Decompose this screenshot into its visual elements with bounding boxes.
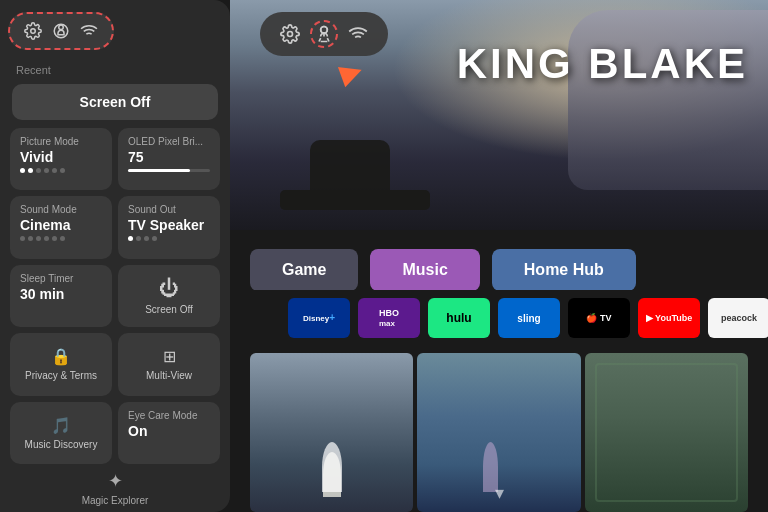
scroll-down-indicator[interactable]: ▾: [495, 482, 504, 504]
music-button[interactable]: Music: [370, 249, 479, 291]
sound-mode-label: Sound Mode: [20, 204, 102, 215]
music-discovery-label: Music Discovery: [25, 439, 98, 450]
top-bar-icons: [8, 12, 114, 50]
outdot-3: [144, 236, 149, 241]
hbo-app[interactable]: HBOmax: [358, 298, 420, 338]
eye-care-label: Eye Care Mode: [128, 410, 210, 421]
tv-accessibility-icon[interactable]: [310, 20, 338, 48]
oled-bar: [128, 169, 210, 172]
music-discovery-icon: 🎵: [51, 416, 71, 435]
picture-mode-card[interactable]: Picture Mode Vivid: [10, 128, 112, 190]
peacock-app[interactable]: peacock: [708, 298, 768, 338]
dot-1: [20, 168, 25, 173]
appletv-app[interactable]: 🍎 TV: [568, 298, 630, 338]
oled-bar-fill: [128, 169, 190, 172]
magic-explorer-label[interactable]: Magic Explorer: [82, 495, 149, 506]
panel-wifi-icon[interactable]: [78, 20, 100, 42]
multiview-label: Multi-View: [146, 370, 192, 381]
privacy-card[interactable]: 🔒 Privacy & Terms: [10, 333, 112, 395]
dot-5: [52, 168, 57, 173]
oled-value: 75: [128, 149, 210, 165]
sleep-timer-label: Sleep Timer: [20, 273, 102, 284]
panel-gear-icon[interactable]: [22, 20, 44, 42]
sound-mode-card[interactable]: Sound Mode Cinema: [10, 196, 112, 258]
screen-off-button[interactable]: Screen Off: [12, 84, 218, 120]
homehub-button[interactable]: Home Hub: [492, 249, 636, 291]
hulu-app[interactable]: hulu: [428, 298, 490, 338]
dot-3: [36, 168, 41, 173]
sound-out-dots: [128, 236, 210, 241]
picture-mode-label: Picture Mode: [20, 136, 102, 147]
sleep-timer-value: 30 min: [20, 286, 102, 302]
settings-grid: Picture Mode Vivid OLED Pixel Bri... 75 …: [0, 128, 230, 464]
svg-point-4: [31, 29, 36, 34]
sleep-timer-card[interactable]: Sleep Timer 30 min: [10, 265, 112, 327]
picture-mode-dots: [20, 168, 102, 173]
recent-label: Recent: [0, 60, 230, 80]
panel-person-icon[interactable]: [50, 20, 72, 42]
dot-4: [44, 168, 49, 173]
screen-off-icon: ⏻: [159, 277, 179, 300]
dot-6: [60, 168, 65, 173]
thumbnail-3[interactable]: [585, 353, 748, 512]
sdot-6: [60, 236, 65, 241]
outdot-1: [128, 236, 133, 241]
oled-label: OLED Pixel Bri...: [128, 136, 210, 147]
sdot-3: [36, 236, 41, 241]
outdot-2: [136, 236, 141, 241]
game-button[interactable]: Game: [250, 249, 358, 291]
youtube-app[interactable]: ▶ YouTube: [638, 298, 700, 338]
sound-mode-dots: [20, 236, 102, 241]
oled-brightness-card[interactable]: OLED Pixel Bri... 75: [118, 128, 220, 190]
sdot-2: [28, 236, 33, 241]
multiview-icon: ⊞: [163, 347, 176, 366]
outdot-4: [152, 236, 157, 241]
dot-2: [28, 168, 33, 173]
eye-care-value: On: [128, 423, 210, 439]
tv-wifi-icon[interactable]: [344, 20, 372, 48]
privacy-icon: 🔒: [51, 347, 71, 366]
hero-title: KING BLAKE: [457, 40, 748, 88]
tv-top-bar: [260, 12, 388, 56]
music-discovery-card[interactable]: 🎵 Music Discovery: [10, 402, 112, 464]
svg-point-2: [321, 27, 328, 34]
sound-out-label: Sound Out: [128, 204, 210, 215]
sdot-5: [52, 236, 57, 241]
magic-explorer-icon: ✦: [108, 470, 123, 492]
sound-out-card[interactable]: Sound Out TV Speaker: [118, 196, 220, 258]
svg-point-0: [288, 32, 293, 37]
multiview-card[interactable]: ⊞ Multi-View: [118, 333, 220, 395]
left-panel: Recent Screen Off Picture Mode Vivid OLE…: [0, 0, 230, 512]
disney-app[interactable]: Disney+: [288, 298, 350, 338]
sdot-1: [20, 236, 25, 241]
tv-settings-icon[interactable]: [276, 20, 304, 48]
sdot-4: [44, 236, 49, 241]
sound-out-value: TV Speaker: [128, 217, 210, 233]
picture-mode-value: Vivid: [20, 149, 102, 165]
app-row: Disney+ HBOmax hulu sling 🍎 TV ▶ YouTube…: [230, 290, 768, 346]
screen-off-icon-card[interactable]: ⏻ Screen Off: [118, 265, 220, 327]
eye-care-card[interactable]: Eye Care Mode On: [118, 402, 220, 464]
privacy-label: Privacy & Terms: [25, 370, 97, 381]
screen-off-icon-label: Screen Off: [145, 304, 193, 315]
sling-app[interactable]: sling: [498, 298, 560, 338]
sound-mode-value: Cinema: [20, 217, 102, 233]
svg-point-5: [59, 25, 64, 30]
thumbnail-1[interactable]: [250, 353, 413, 512]
